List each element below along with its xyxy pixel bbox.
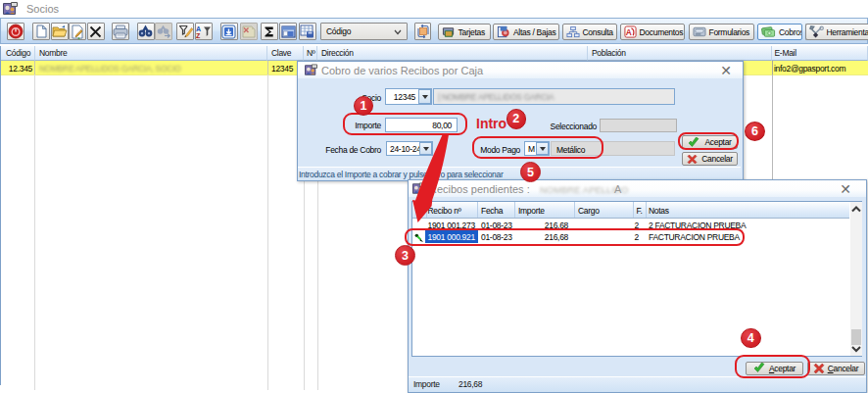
svg-text:A: A — [625, 27, 631, 37]
svg-text:A: A — [196, 25, 201, 32]
svg-text:Z: Z — [196, 32, 201, 38]
